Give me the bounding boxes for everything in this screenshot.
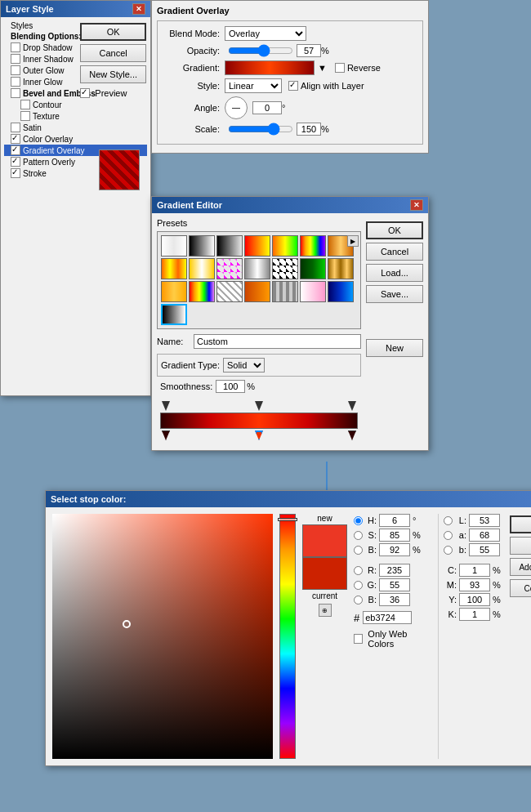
gradient-overlay-checkbox[interactable] bbox=[11, 145, 20, 155]
r-value[interactable] bbox=[379, 564, 410, 577]
ssc-color-libraries-button[interactable]: Color Libraries bbox=[510, 579, 531, 597]
sidebar-item-contour[interactable]: Contour bbox=[4, 99, 147, 110]
ge-name-input[interactable]: Custom bbox=[194, 334, 361, 349]
a-radio[interactable] bbox=[444, 531, 453, 540]
preset-gold[interactable] bbox=[189, 258, 215, 279]
style-select[interactable]: Linear Radial Angle bbox=[225, 78, 282, 93]
preset-transparent[interactable] bbox=[161, 235, 187, 257]
ge-new-button[interactable]: New bbox=[366, 339, 423, 357]
ssc-ok-button[interactable]: OK bbox=[510, 515, 531, 533]
angle-value[interactable] bbox=[252, 101, 282, 114]
preset-vert-stripe[interactable] bbox=[272, 281, 298, 302]
preset-chrome[interactable] bbox=[161, 258, 187, 279]
b-radio[interactable] bbox=[354, 546, 363, 555]
g-value[interactable] bbox=[379, 578, 410, 591]
b2-value[interactable] bbox=[379, 593, 410, 606]
preset-bw[interactable] bbox=[189, 235, 215, 257]
gradient-editor-close-button[interactable]: ✕ bbox=[410, 199, 423, 211]
color-stop-mid-selected[interactable] bbox=[255, 431, 263, 440]
hue-thumb[interactable] bbox=[278, 518, 297, 521]
preset-silver[interactable] bbox=[244, 258, 270, 279]
angle-dial[interactable] bbox=[225, 96, 248, 119]
preset-full-rainbow[interactable] bbox=[189, 281, 215, 302]
ssc-cancel-button[interactable]: Cancel bbox=[510, 537, 531, 555]
only-web-colors-checkbox[interactable] bbox=[354, 634, 363, 644]
preset-stripe[interactable] bbox=[328, 258, 354, 279]
opacity-stop-right[interactable] bbox=[348, 401, 356, 411]
b3-value[interactable] bbox=[469, 543, 500, 556]
layer-style-close-button[interactable]: ✕ bbox=[132, 3, 145, 15]
h-value[interactable] bbox=[379, 514, 410, 527]
scale-slider[interactable] bbox=[228, 123, 293, 136]
l-radio[interactable] bbox=[444, 516, 453, 525]
ls-cancel-button[interactable]: Cancel bbox=[80, 44, 146, 62]
drop-shadow-checkbox[interactable] bbox=[11, 42, 20, 52]
preset-pink[interactable] bbox=[300, 281, 326, 302]
opacity-stop-mid[interactable] bbox=[255, 401, 263, 411]
hue-slider-container[interactable] bbox=[279, 514, 296, 759]
opacity-stop-left[interactable] bbox=[162, 401, 170, 411]
hex-value[interactable] bbox=[363, 611, 412, 624]
s-radio[interactable] bbox=[354, 531, 363, 540]
color-overlay-checkbox[interactable] bbox=[11, 134, 20, 144]
color-stop-left[interactable] bbox=[162, 431, 170, 440]
sidebar-item-color-overlay[interactable]: Color Overlay bbox=[4, 133, 147, 145]
gradient-swatch[interactable] bbox=[225, 60, 315, 75]
y-value[interactable] bbox=[459, 593, 490, 606]
preset-blue[interactable] bbox=[328, 281, 354, 302]
color-picker-icon[interactable]: ⊕ bbox=[319, 604, 332, 617]
k-value[interactable] bbox=[459, 608, 490, 621]
l-value[interactable] bbox=[469, 514, 500, 527]
satin-checkbox[interactable] bbox=[11, 123, 20, 132]
pattern-overlay-checkbox[interactable] bbox=[11, 157, 20, 167]
preset-diag[interactable] bbox=[216, 281, 243, 302]
m-value[interactable] bbox=[459, 578, 490, 591]
preset-rainbow[interactable] bbox=[300, 235, 326, 257]
ssc-add-to-swatches-button[interactable]: Add To Swatches bbox=[510, 558, 531, 576]
b2-radio[interactable] bbox=[354, 596, 363, 605]
ge-save-button[interactable]: Save... bbox=[366, 285, 423, 303]
sidebar-item-satin[interactable]: Satin bbox=[4, 122, 147, 133]
main-gradient-bar[interactable] bbox=[160, 413, 358, 429]
inner-glow-checkbox[interactable] bbox=[11, 77, 20, 87]
a-value[interactable] bbox=[469, 529, 500, 542]
opacity-slider[interactable] bbox=[228, 44, 293, 57]
ge-ok-button[interactable]: OK bbox=[366, 221, 423, 239]
align-layer-checkbox[interactable] bbox=[288, 81, 298, 91]
ge-smoothness-input[interactable] bbox=[216, 380, 245, 393]
sidebar-item-texture[interactable]: Texture bbox=[4, 110, 147, 122]
presets-scroll-arrow[interactable]: ▶ bbox=[347, 235, 359, 247]
texture-checkbox[interactable] bbox=[20, 111, 30, 121]
preset-checker[interactable] bbox=[272, 258, 298, 279]
b-value[interactable] bbox=[379, 543, 410, 556]
scale-value[interactable] bbox=[297, 123, 321, 136]
ge-load-button[interactable]: Load... bbox=[366, 264, 423, 282]
preset-selected-bw[interactable] bbox=[161, 304, 187, 325]
r-radio[interactable] bbox=[354, 566, 363, 575]
s-value[interactable] bbox=[379, 529, 410, 542]
ls-new-style-button[interactable]: New Style... bbox=[80, 65, 146, 83]
opacity-value[interactable] bbox=[297, 44, 321, 57]
g-radio[interactable] bbox=[354, 581, 363, 590]
preset-orange[interactable] bbox=[161, 281, 187, 302]
reverse-checkbox[interactable] bbox=[335, 63, 345, 73]
inner-shadow-checkbox[interactable] bbox=[11, 54, 20, 64]
b3-radio[interactable] bbox=[444, 546, 453, 555]
preset-orange2[interactable] bbox=[244, 281, 270, 302]
ls-ok-button[interactable]: OK bbox=[80, 23, 146, 41]
blend-mode-select[interactable]: Overlay Normal Multiply bbox=[225, 26, 306, 41]
c-value[interactable] bbox=[459, 564, 490, 577]
color-field-container[interactable] bbox=[52, 514, 273, 759]
ge-cancel-button[interactable]: Cancel bbox=[366, 243, 423, 261]
bevel-emboss-checkbox[interactable] bbox=[11, 88, 20, 98]
h-radio[interactable] bbox=[354, 516, 363, 525]
ge-gradient-type-select[interactable]: Solid Noise bbox=[223, 358, 265, 373]
preset-ry[interactable] bbox=[244, 235, 270, 257]
outer-glow-checkbox[interactable] bbox=[11, 65, 20, 75]
preset-warm[interactable] bbox=[272, 235, 298, 257]
preset-green[interactable] bbox=[300, 258, 326, 279]
preview-checkbox[interactable] bbox=[80, 88, 90, 98]
stroke-checkbox[interactable] bbox=[11, 168, 20, 178]
contour-checkbox[interactable] bbox=[20, 100, 30, 109]
preset-black-trans[interactable] bbox=[216, 235, 243, 257]
